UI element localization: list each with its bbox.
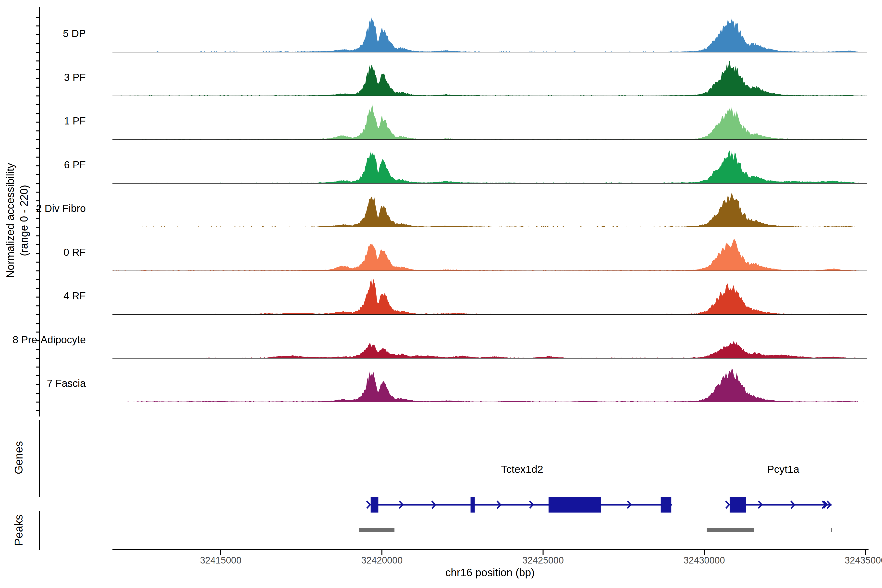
x-axis: 3241500032420000324250003243000032435000	[112, 549, 882, 566]
gene-exon	[370, 497, 378, 513]
track-label: 5 DP	[63, 28, 86, 39]
y-axis-label-line1: Normalized accessibility	[4, 163, 16, 278]
track-label: 4 RF	[63, 290, 86, 302]
x-tick-label: 32420000	[361, 555, 402, 566]
gene-label: Tctex1d2	[501, 463, 543, 475]
y-axis-label-line2: (range 0 - 220)	[18, 185, 30, 256]
peak-bar	[707, 528, 754, 532]
gene-models: Tctex1d2Pcyt1a	[367, 463, 831, 513]
coverage-plot-figure: Normalized accessibility (range 0 - 220)…	[0, 0, 882, 588]
signal-area-3-pf	[112, 60, 867, 96]
x-tick-label: 32430000	[684, 555, 725, 566]
track-label: 7 Fascia	[47, 378, 86, 389]
strand-arrow-icon	[367, 501, 370, 508]
signal-area-8-pre-adipocyte	[112, 340, 867, 358]
genes-section-label: Genes	[12, 441, 25, 474]
x-tick-label: 32435000	[845, 555, 882, 566]
signal-area-0-rf	[112, 239, 867, 271]
signal-area-1-pf	[112, 104, 867, 140]
peak-bar	[831, 528, 832, 532]
gene-exon	[471, 497, 475, 513]
track-label: 8 Pre-Adipocyte	[12, 334, 86, 345]
signal-tracks: 5 DP3 PF1 PF6 PF2 Div Fibro0 RF4 RF8 Pre…	[12, 17, 867, 402]
signal-area-7-fascia	[112, 368, 867, 402]
strand-arrow-icon	[726, 501, 729, 508]
signal-area-5-dp	[112, 17, 867, 52]
x-tick-label: 32425000	[522, 555, 564, 566]
x-tick-label: 32415000	[200, 555, 242, 566]
track-label: 1 PF	[64, 115, 86, 127]
gene-label: Pcyt1a	[767, 463, 800, 475]
signal-area-6-pf	[112, 150, 867, 183]
signal-area-2-div-fibro	[112, 192, 867, 227]
track-label: 3 PF	[64, 72, 86, 83]
track-label: 2 Div Fibro	[36, 202, 86, 214]
x-axis-title: chr16 position (bp)	[446, 567, 535, 579]
signal-area-4-rf	[112, 278, 867, 315]
gene-exon	[549, 497, 601, 513]
gene-exon	[661, 497, 671, 513]
track-label: 0 RF	[63, 246, 86, 258]
peaks-section-label: Peaks	[12, 514, 25, 546]
gene-exon	[730, 497, 746, 513]
track-label: 6 PF	[64, 159, 86, 171]
genome-tracks-svg: Normalized accessibility (range 0 - 220)…	[0, 0, 882, 588]
peak-bar	[358, 528, 394, 532]
peak-calls	[358, 528, 832, 532]
